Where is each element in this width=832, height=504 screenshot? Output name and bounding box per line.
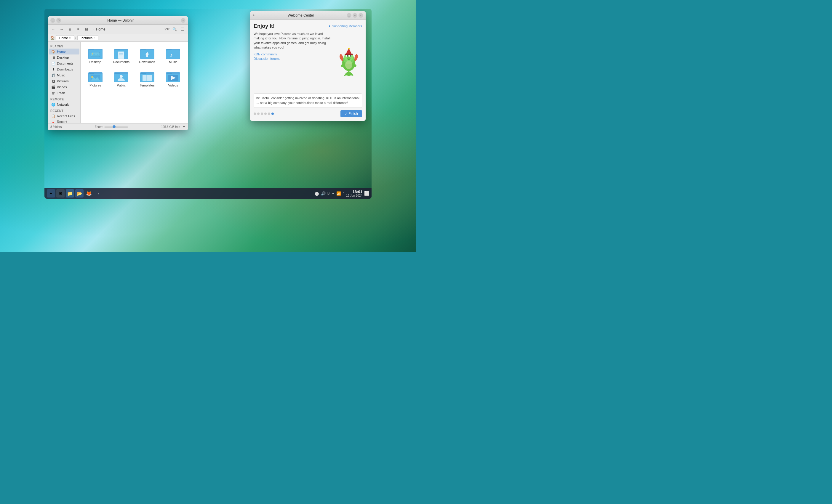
sidebar-item-home[interactable]: 🏠 Home bbox=[49, 49, 79, 54]
grid-view-icon[interactable]: ⊞ bbox=[56, 189, 64, 197]
svg-point-55 bbox=[353, 64, 357, 67]
downloads-folder-label: Downloads bbox=[139, 60, 155, 64]
system-tray-bluetooth[interactable]: B bbox=[328, 191, 330, 195]
welcome-minimize-button[interactable]: _ bbox=[347, 13, 352, 18]
recent-section-label: Recent bbox=[48, 107, 80, 113]
svg-point-51 bbox=[350, 55, 351, 57]
welcome-title: Welcome Center bbox=[255, 13, 347, 18]
taskbar-left: ✦ ⊞ 📁 📂 🦊 › bbox=[47, 189, 103, 197]
split-button[interactable]: Split bbox=[163, 26, 170, 33]
split-label: Split bbox=[163, 28, 169, 31]
back-button[interactable]: ← bbox=[50, 26, 57, 33]
welcome-titlebar: ✦ Welcome Center _ ▲ × bbox=[250, 11, 366, 20]
list-item[interactable]: Documents bbox=[110, 45, 133, 66]
location-bar: 🏠 Home × › Pictures × bbox=[48, 34, 188, 42]
tab-home[interactable]: Home × bbox=[56, 35, 74, 40]
monitor-icon[interactable]: ⬜ bbox=[364, 191, 369, 196]
list-item[interactable]: Desktop bbox=[83, 45, 107, 66]
desktop-folder-icon bbox=[88, 47, 103, 59]
supporting-members-button[interactable]: ★ Supporting Members bbox=[328, 24, 362, 28]
forward-button[interactable]: → bbox=[58, 26, 65, 33]
dot-2 bbox=[257, 112, 260, 115]
svg-point-8 bbox=[92, 53, 93, 54]
welcome-icon: ✦ bbox=[253, 13, 255, 17]
pictures-folder-label: Pictures bbox=[89, 83, 101, 87]
finish-button[interactable]: ✓ Finish bbox=[340, 110, 362, 117]
system-tray-audio[interactable]: 🔊 bbox=[321, 191, 326, 196]
documents-folder-label: Documents bbox=[113, 60, 129, 64]
kde-icon: ✦ bbox=[49, 191, 53, 196]
templates-folder-label: Templates bbox=[140, 83, 155, 87]
tab-pictures[interactable]: Pictures × bbox=[77, 35, 98, 40]
list-item[interactable]: Downloads bbox=[135, 45, 159, 66]
dolphin-taskbar-icon[interactable]: 📂 bbox=[75, 189, 83, 197]
more-apps-icon[interactable]: › bbox=[94, 189, 103, 197]
downloads-sidebar-icon: ⬇ bbox=[51, 67, 55, 71]
icons-view-button[interactable]: ⊞ bbox=[67, 26, 74, 33]
sidebar-item-recent-locations[interactable]: 📍 Recent Locations bbox=[49, 119, 79, 123]
sidebar-documents-label: Documents bbox=[57, 61, 74, 65]
sidebar-item-downloads[interactable]: ⬇ Downloads bbox=[49, 66, 79, 72]
list-view-button[interactable]: ≡ bbox=[75, 26, 82, 33]
documents-folder-icon bbox=[114, 47, 128, 59]
welcome-maximize-button[interactable]: ▲ bbox=[353, 13, 357, 18]
firefox-taskbar-icon[interactable]: 🦊 bbox=[85, 189, 93, 197]
screen-area: _ □ Home — Dolphin × ← → ⊞ ≡ ⊟ › Home bbox=[45, 9, 371, 199]
sidebar-downloads-label: Downloads bbox=[57, 68, 73, 71]
dolphin-window-controls: _ □ bbox=[50, 18, 61, 23]
dolphin-maximize-button[interactable]: □ bbox=[56, 18, 61, 23]
folder-count: 8 folders bbox=[50, 125, 62, 129]
home-sidebar-icon: 🏠 bbox=[51, 49, 55, 54]
music-folder-label: Music bbox=[169, 60, 178, 64]
compact-view-button[interactable]: ⊟ bbox=[83, 26, 90, 33]
dolphin-window: _ □ Home — Dolphin × ← → ⊞ ≡ ⊟ › Home bbox=[48, 16, 188, 130]
system-tray-monitor[interactable]: ⬤ bbox=[315, 191, 319, 196]
welcome-close-button[interactable]: × bbox=[359, 13, 363, 18]
zoom-slider[interactable]: Zoom: bbox=[64, 125, 158, 129]
welcome-text: We hope you love Plasma as much as we lo… bbox=[254, 32, 333, 91]
search-button[interactable]: 🔍 bbox=[171, 26, 178, 33]
sidebar-item-network[interactable]: 🌐 Network bbox=[49, 102, 79, 107]
sidebar-pictures-label: Pictures bbox=[57, 79, 69, 83]
system-tray-kde-connect[interactable]: ✦ bbox=[332, 191, 335, 195]
pictures-sidebar-icon: 🖼 bbox=[51, 79, 55, 83]
svg-point-54 bbox=[341, 64, 345, 67]
sidebar-item-trash[interactable]: 🗑 Trash bbox=[49, 90, 79, 96]
zoom-track[interactable] bbox=[104, 127, 128, 128]
breadcrumb-home[interactable]: Home bbox=[94, 27, 107, 32]
dolphin-close-button[interactable]: × bbox=[181, 18, 185, 23]
status-more-icon[interactable]: ▼ bbox=[183, 125, 185, 129]
dolphin-status-bar: 8 folders Zoom: 125.6 GiB free ▼ bbox=[48, 123, 188, 130]
dolphin-sidebar: Places 🏠 Home 🖥 Desktop 📄 Documents ⬇ Do… bbox=[48, 42, 81, 123]
dolphin-minimize-button[interactable]: _ bbox=[50, 18, 55, 23]
list-item[interactable]: Public bbox=[110, 68, 133, 89]
sidebar-item-music[interactable]: 🎵 Music bbox=[49, 72, 79, 78]
sidebar-item-videos[interactable]: 🎬 Videos bbox=[49, 84, 79, 90]
discussion-forums-link[interactable]: Discussion forums bbox=[254, 57, 333, 60]
list-item[interactable]: Pictures bbox=[83, 68, 107, 89]
menu-button[interactable]: ☰ bbox=[179, 26, 186, 33]
zoom-thumb[interactable] bbox=[112, 125, 115, 128]
dolphin-titlebar: _ □ Home — Dolphin × bbox=[48, 16, 188, 25]
tab-home-close[interactable]: × bbox=[69, 36, 71, 39]
system-tray-network[interactable]: 📶 bbox=[336, 191, 341, 196]
clock-date: 16 Jun 2024 bbox=[346, 194, 362, 197]
system-tray-notifications[interactable]: ^ bbox=[343, 192, 344, 195]
kde-community-link[interactable]: KDE community bbox=[254, 52, 333, 56]
kde-menu-icon[interactable]: ✦ bbox=[47, 189, 55, 197]
svg-rect-14 bbox=[119, 54, 123, 54]
list-item[interactable]: Videos bbox=[161, 68, 185, 89]
list-item[interactable]: Templates bbox=[135, 68, 159, 89]
sidebar-item-recent-files[interactable]: 📋 Recent Files bbox=[49, 113, 79, 119]
welcome-bottom-text: be useful, consider getting involved or … bbox=[254, 93, 362, 108]
sidebar-recent-files-label: Recent Files bbox=[57, 114, 75, 118]
sidebar-item-pictures[interactable]: 🖼 Pictures bbox=[49, 78, 79, 84]
downloads-folder-icon bbox=[140, 47, 154, 59]
taskbar-clock[interactable]: 18:01 16 Jun 2024 bbox=[346, 189, 362, 197]
sidebar-item-documents[interactable]: 📄 Documents bbox=[49, 60, 79, 66]
list-item[interactable]: ♪ Music bbox=[161, 45, 185, 66]
sidebar-item-desktop[interactable]: 🖥 Desktop bbox=[49, 54, 79, 60]
tab-pictures-close[interactable]: × bbox=[94, 36, 95, 39]
files-taskbar-icon[interactable]: 📁 bbox=[66, 189, 74, 197]
dot-5 bbox=[268, 112, 270, 115]
